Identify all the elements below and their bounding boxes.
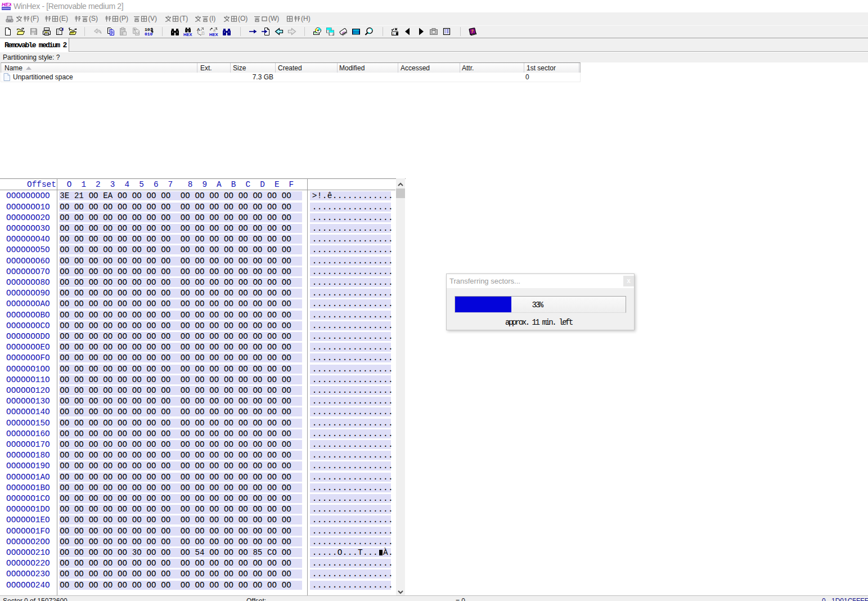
- svg-text:B: B: [201, 30, 205, 36]
- svg-text:HEX: HEX: [2, 2, 11, 7]
- svg-text:HEX: HEX: [183, 32, 192, 37]
- svg-text:HEX: HEX: [209, 32, 218, 37]
- svg-text:A: A: [197, 27, 200, 32]
- svg-text:010: 010: [145, 32, 153, 36]
